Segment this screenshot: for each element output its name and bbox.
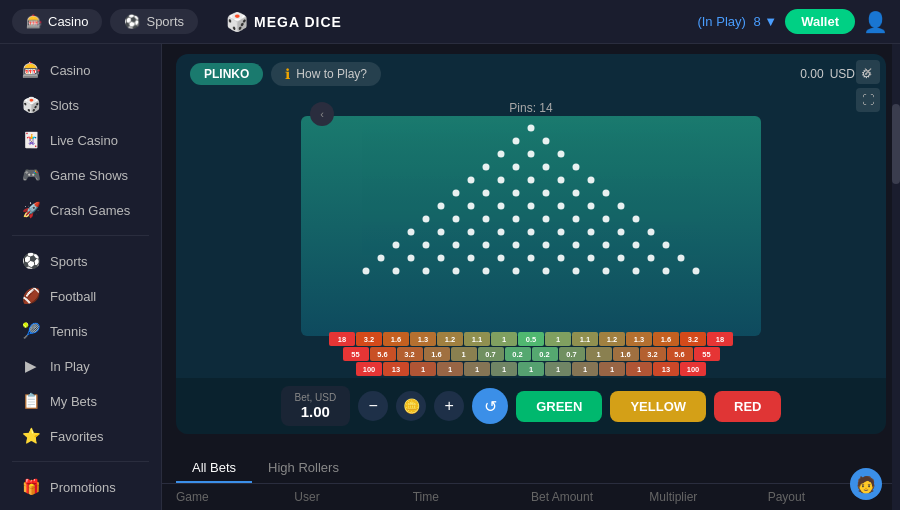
sidebar-item-game-shows[interactable]: 🎮 Game Shows [6, 158, 155, 192]
svg-point-3 [543, 138, 550, 145]
svg-point-8 [513, 164, 520, 171]
avatar-corner[interactable]: 🧑 [850, 468, 882, 500]
casino-nav-icon: 🎰 [22, 61, 40, 79]
casino-icon: 🎰 [26, 14, 42, 29]
sidebar-item-live-casino[interactable]: 🃏 Live Casino [6, 123, 155, 157]
svg-point-30 [453, 216, 460, 223]
svg-point-50 [513, 242, 520, 249]
user-icon[interactable]: 👤 [863, 10, 888, 34]
football-icon: 🏈 [22, 287, 40, 305]
bet-display: Bet, USD 1.00 [281, 386, 351, 426]
favorites-icon: ⭐ [22, 427, 40, 445]
svg-point-39 [468, 229, 475, 236]
svg-point-36 [633, 216, 640, 223]
sidebar-divider-1 [12, 235, 149, 236]
coins-icon-button[interactable]: 🪙 [396, 391, 426, 421]
sidebar-collapse-button[interactable]: ‹ [310, 102, 334, 126]
window-controls: ✕ ⛶ [856, 60, 880, 112]
how-to-play-button[interactable]: ℹ How to Play? [271, 62, 381, 86]
svg-point-76 [633, 268, 640, 275]
svg-point-40 [498, 229, 505, 236]
risk-yellow-button[interactable]: YELLOW [610, 391, 706, 422]
svg-point-72 [513, 268, 520, 275]
svg-point-74 [573, 268, 580, 275]
sidebar-item-in-play[interactable]: ▶ In Play [6, 349, 155, 383]
col-multiplier: Multiplier [649, 490, 767, 504]
svg-point-49 [483, 242, 490, 249]
sidebar-item-loyalty[interactable]: 💎 Loyalty [6, 505, 155, 510]
svg-point-37 [408, 229, 415, 236]
bet-increase-button[interactable]: + [434, 391, 464, 421]
svg-point-53 [603, 242, 610, 249]
table-header: Game User Time Bet Amount Multiplier Pay… [162, 484, 900, 510]
svg-point-48 [453, 242, 460, 249]
header-center: 🎲 MEGA DICE (In Play) 8 ▼ Wallet [206, 9, 855, 34]
sports-nav-icon: ⚽ [22, 252, 40, 270]
sidebar-item-football[interactable]: 🏈 Football [6, 279, 155, 313]
col-game: Game [176, 490, 294, 504]
sidebar-item-tennis[interactable]: 🎾 Tennis [6, 314, 155, 348]
svg-point-10 [573, 164, 580, 171]
svg-point-19 [543, 190, 550, 197]
refresh-button[interactable]: ↺ [472, 388, 508, 424]
sidebar-item-slots[interactable]: 🎲 Slots [6, 88, 155, 122]
expand-window-button[interactable]: ⛶ [856, 88, 880, 112]
risk-green-button[interactable]: GREEN [516, 391, 602, 422]
sidebar-item-crash-games[interactable]: 🚀 Crash Games [6, 193, 155, 227]
svg-point-67 [363, 268, 370, 275]
svg-point-60 [498, 255, 505, 262]
multiplier-row-1: 18 3.2 1.6 1.3 1.2 1.1 1 0.5 1 1.1 1.2 1… [329, 332, 733, 346]
close-window-button[interactable]: ✕ [856, 60, 880, 84]
svg-point-11 [468, 177, 475, 184]
svg-point-38 [438, 229, 445, 236]
svg-point-13 [528, 177, 535, 184]
svg-point-2 [513, 138, 520, 145]
pins-label: Pins: 14 [176, 98, 886, 116]
svg-point-27 [588, 203, 595, 210]
sidebar-item-sports[interactable]: ⚽ Sports [6, 244, 155, 278]
sidebar-item-casino[interactable]: 🎰 Casino [6, 53, 155, 87]
sidebar: 🎰 Casino 🎲 Slots 🃏 Live Casino 🎮 Game Sh… [0, 44, 162, 510]
tab-high-rollers[interactable]: High Rollers [252, 454, 355, 483]
top-header: 🎰 Casino ⚽ Sports 🎲 MEGA DICE (In Play) … [0, 0, 900, 44]
svg-point-54 [633, 242, 640, 249]
svg-point-42 [558, 229, 565, 236]
sports-tab[interactable]: ⚽ Sports [110, 9, 198, 34]
svg-point-24 [498, 203, 505, 210]
col-bet-amount: Bet Amount [531, 490, 649, 504]
svg-rect-0 [301, 116, 761, 336]
risk-red-button[interactable]: RED [714, 391, 781, 422]
wallet-button[interactable]: Wallet [785, 9, 855, 34]
svg-point-34 [573, 216, 580, 223]
bet-decrease-button[interactable]: − [358, 391, 388, 421]
svg-point-33 [543, 216, 550, 223]
live-casino-icon: 🃏 [22, 131, 40, 149]
svg-point-52 [573, 242, 580, 249]
svg-point-22 [438, 203, 445, 210]
sidebar-item-my-bets[interactable]: 📋 My Bets [6, 384, 155, 418]
casino-tab[interactable]: 🎰 Casino [12, 9, 102, 34]
svg-point-43 [588, 229, 595, 236]
svg-point-18 [513, 190, 520, 197]
svg-point-59 [468, 255, 475, 262]
svg-point-5 [528, 151, 535, 158]
svg-point-14 [558, 177, 565, 184]
sidebar-item-promotions[interactable]: 🎁 Promotions [6, 470, 155, 504]
scrollbar-thumb[interactable] [892, 104, 900, 184]
game-controls: Bet, USD 1.00 − 🪙 + ↺ GREEN YELLOW RED [176, 378, 886, 434]
svg-point-57 [408, 255, 415, 262]
svg-point-23 [468, 203, 475, 210]
svg-point-29 [423, 216, 430, 223]
svg-point-7 [483, 164, 490, 171]
svg-point-12 [498, 177, 505, 184]
sidebar-item-favorites[interactable]: ⭐ Favorites [6, 419, 155, 453]
sports-icon: ⚽ [124, 14, 140, 29]
svg-point-75 [603, 268, 610, 275]
tab-all-bets[interactable]: All Bets [176, 454, 252, 483]
svg-point-47 [423, 242, 430, 249]
svg-point-9 [543, 164, 550, 171]
col-user: User [294, 490, 412, 504]
svg-point-58 [438, 255, 445, 262]
svg-point-45 [648, 229, 655, 236]
promotions-icon: 🎁 [22, 478, 40, 496]
